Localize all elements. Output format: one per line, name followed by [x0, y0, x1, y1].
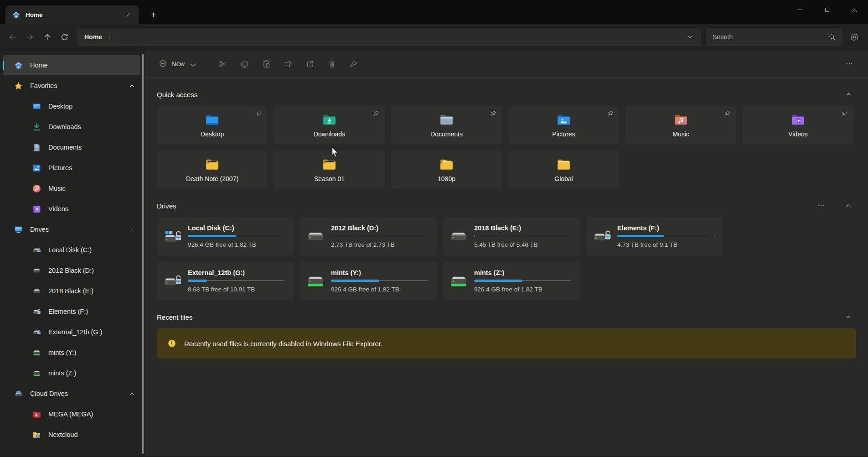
close-button[interactable] — [841, 0, 868, 19]
quick-access-card-pictures[interactable]: Pictures — [508, 106, 619, 144]
drive-card-local-disk-c[interactable]: Local Disk (C:) 926.4 GB free of 1.82 TB — [157, 217, 294, 255]
chevron-up-icon[interactable] — [129, 83, 135, 89]
pin-icon[interactable] — [372, 110, 380, 117]
sidebar-item-local-disk-c[interactable]: Local Disk (C:) — [3, 240, 140, 260]
sidebar-item-videos[interactable]: Videos — [3, 199, 140, 219]
sidebar-item-music[interactable]: Music — [3, 178, 140, 198]
sidebar-scrollbar[interactable] — [142, 54, 144, 454]
drive-card-2012-black-d[interactable]: 2012 Black (D:) 2.73 TB free of 2.73 TB — [300, 217, 437, 255]
minimize-button[interactable] — [786, 0, 813, 19]
quick-access-card-music[interactable]: Music — [625, 106, 736, 144]
usage-bar — [474, 235, 571, 237]
collapse-recent-files-icon[interactable] — [842, 312, 855, 322]
search-box[interactable] — [706, 28, 842, 46]
pin-icon[interactable] — [724, 110, 731, 117]
drive-green-icon — [32, 369, 41, 378]
sidebar-item-cloud-drives[interactable]: Cloud Drives — [3, 384, 140, 404]
sidebar-item-mega[interactable]: MEGA (MEGA) — [3, 404, 140, 424]
sidebar-item-mints-y[interactable]: mints (Y:) — [3, 343, 140, 363]
drive-icon — [32, 286, 41, 296]
pin-icon[interactable] — [607, 110, 614, 117]
back-button[interactable] — [4, 29, 21, 45]
chevron-up-icon[interactable] — [129, 227, 135, 233]
drives-more-icon[interactable] — [814, 201, 828, 211]
drives-header: Drives — [157, 201, 855, 211]
folder-pictures-icon — [556, 112, 572, 127]
drive-card-elements-f[interactable]: Elements (F:) 4.73 TB free of 9.1 TB — [586, 217, 723, 255]
refresh-button[interactable] — [56, 29, 73, 45]
quick-access-card-season-01[interactable]: Season 01 — [274, 151, 385, 189]
search-icon — [828, 33, 836, 41]
forward-button[interactable] — [21, 29, 38, 45]
sidebar-item-external-12tb-g[interactable]: External_12tb (G:) — [3, 322, 140, 342]
copy-button[interactable] — [233, 55, 255, 73]
properties-button[interactable] — [343, 55, 365, 73]
cut-button[interactable] — [212, 55, 233, 73]
share-button[interactable] — [299, 55, 321, 73]
quick-access-card-downloads[interactable]: Downloads — [274, 106, 385, 144]
quick-access-card-videos[interactable]: Videos — [743, 106, 853, 144]
settings-button[interactable] — [846, 29, 863, 45]
sidebar-item-nextcloud[interactable]: Nextcloud — [3, 425, 140, 445]
pin-icon[interactable] — [255, 110, 263, 117]
desktop-icon — [32, 102, 41, 111]
sidebar-item-elements-f[interactable]: Elements (F:) — [3, 301, 140, 322]
quick-access-card-death-note[interactable]: Death Note (2007) — [157, 151, 268, 189]
collapse-drives-icon[interactable] — [842, 201, 855, 211]
document-icon — [32, 143, 41, 152]
drive-green-icon — [449, 271, 468, 291]
sidebar-item-2012-black-d[interactable]: 2012 Black (D:) — [3, 260, 140, 280]
pin-icon[interactable] — [490, 110, 497, 117]
new-tab-button[interactable] — [147, 8, 160, 21]
pin-icon[interactable] — [841, 110, 848, 117]
sidebar-item-favorites[interactable]: Favorites — [3, 76, 140, 96]
drive-green-icon — [306, 271, 325, 291]
sidebar-item-drives[interactable]: Drives — [3, 219, 140, 239]
drive-card-mints-z[interactable]: mints (Z:) 926.4 GB free of 1.82 TB — [443, 262, 580, 300]
drive-card-2018-black-e[interactable]: 2018 Black (E:) 5.45 TB free of 5.46 TB — [443, 217, 580, 255]
drive-lock-icon — [32, 327, 41, 337]
sidebar-item-downloads[interactable]: Downloads — [3, 117, 140, 137]
up-button[interactable] — [38, 29, 56, 45]
address-bar[interactable]: Home — [77, 28, 701, 46]
command-toolbar: New — [145, 50, 868, 78]
toolbar-divider — [204, 58, 204, 70]
drive-lock-icon — [32, 307, 41, 317]
breadcrumb[interactable]: Home — [84, 33, 102, 41]
new-button[interactable]: New — [157, 57, 196, 71]
maximize-button[interactable] — [813, 0, 841, 19]
see-more-button[interactable] — [841, 56, 858, 72]
sidebar-item-desktop[interactable]: Desktop — [3, 96, 140, 116]
sidebar-item-2018-black-e[interactable]: 2018 Black (E:) — [3, 281, 140, 301]
tab-close-icon[interactable] — [122, 9, 134, 21]
folder-downloads-icon — [321, 112, 337, 127]
rename-button[interactable] — [277, 55, 299, 73]
quick-access-card-1080p[interactable]: 1080p — [391, 151, 502, 189]
chevron-up-icon[interactable] — [129, 391, 135, 397]
address-dropdown-icon[interactable] — [684, 31, 696, 43]
nextcloud-folder-icon — [32, 430, 41, 440]
sidebar-item-documents[interactable]: Documents — [3, 137, 140, 157]
drive-icon — [449, 227, 468, 246]
drive-lock-icon — [592, 227, 611, 246]
drive-card-external-12tb-g[interactable]: External_12tb (G:) 8.68 TB free of 10.91… — [157, 262, 294, 300]
quick-access-grid: Desktop Downloads Documents Pictures — [157, 106, 856, 189]
usage-bar — [331, 235, 428, 237]
recent-files-title: Recent files — [157, 313, 192, 321]
sidebar-item-home[interactable]: Home — [3, 55, 140, 75]
quick-access-card-desktop[interactable]: Desktop — [157, 106, 268, 144]
collapse-quick-access-icon[interactable] — [842, 89, 855, 99]
videos-icon — [32, 204, 41, 214]
navigation-bar: Home — [0, 24, 868, 50]
warning-icon — [167, 339, 176, 348]
sidebar-item-mints-z[interactable]: mints (Z:) — [3, 363, 140, 383]
quick-access-card-global[interactable]: Global — [508, 151, 619, 189]
paste-button[interactable] — [255, 55, 277, 73]
tab-home[interactable]: Home — [5, 5, 139, 24]
search-input[interactable] — [713, 33, 828, 41]
quick-access-card-documents[interactable]: Documents — [391, 106, 502, 144]
drive-card-mints-y[interactable]: mints (Y:) 926.4 GB free of 1.82 TB — [300, 262, 437, 300]
chevron-right-icon[interactable] — [107, 34, 113, 40]
delete-button[interactable] — [321, 55, 343, 73]
sidebar-item-pictures[interactable]: Pictures — [3, 158, 140, 178]
